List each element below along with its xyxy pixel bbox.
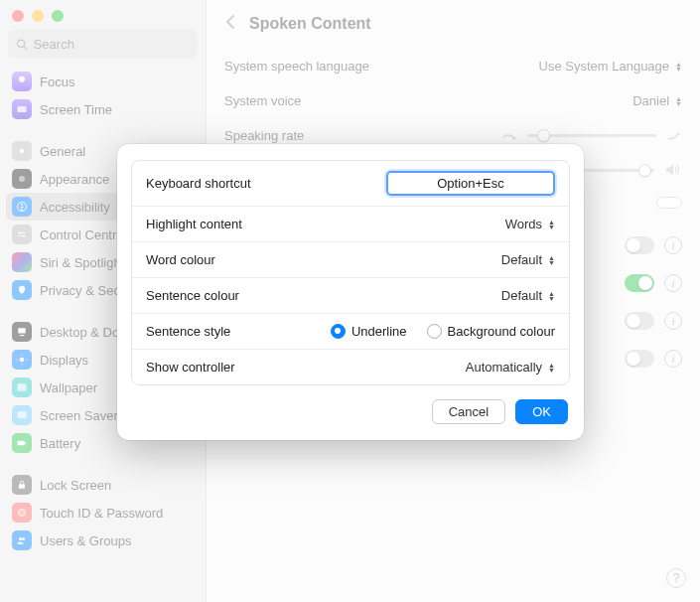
chevron-updown-icon: ▲▼	[548, 220, 555, 229]
sheet-label: Show controller	[146, 360, 235, 375]
chevron-updown-icon: ▲▼	[548, 291, 555, 301]
ok-button[interactable]: OK	[515, 399, 568, 424]
sheet-label: Sentence colour	[146, 288, 239, 303]
sheet-label: Word colour	[146, 252, 215, 267]
sheet-value: Default	[501, 252, 542, 267]
cancel-button[interactable]: Cancel	[432, 399, 505, 424]
sheet-row-sentence-colour[interactable]: Sentence colour Default▲▼	[132, 278, 569, 314]
sheet-label: Highlight content	[146, 217, 242, 231]
keyboard-shortcut-field[interactable]: Option+Esc	[386, 171, 555, 196]
radio-underline[interactable]: Underline	[331, 324, 407, 339]
sheet-row-highlight-content[interactable]: Highlight content Words▲▼	[132, 207, 569, 242]
radio-label: Background colour	[448, 324, 555, 339]
radio-icon	[331, 324, 346, 339]
chevron-updown-icon: ▲▼	[548, 363, 555, 373]
sheet-row-keyboard-shortcut: Keyboard shortcut Option+Esc	[132, 161, 569, 207]
radio-label: Underline	[351, 324, 407, 339]
radio-icon	[427, 324, 442, 339]
settings-sheet: Keyboard shortcut Option+Esc Highlight c…	[117, 144, 584, 440]
sheet-label: Keyboard shortcut	[146, 176, 251, 191]
radio-background-colour[interactable]: Background colour	[427, 324, 555, 339]
sheet-value: Automatically	[466, 360, 542, 375]
sheet-row-sentence-style: Sentence style Underline Background colo…	[132, 314, 569, 350]
sheet-label: Sentence style	[146, 324, 230, 339]
chevron-updown-icon: ▲▼	[548, 255, 555, 265]
sheet-value: Default	[501, 288, 542, 303]
sheet-row-word-colour[interactable]: Word colour Default▲▼	[132, 242, 569, 278]
sheet-row-show-controller[interactable]: Show controller Automatically▲▼	[132, 350, 569, 384]
sheet-value: Words	[505, 217, 542, 231]
